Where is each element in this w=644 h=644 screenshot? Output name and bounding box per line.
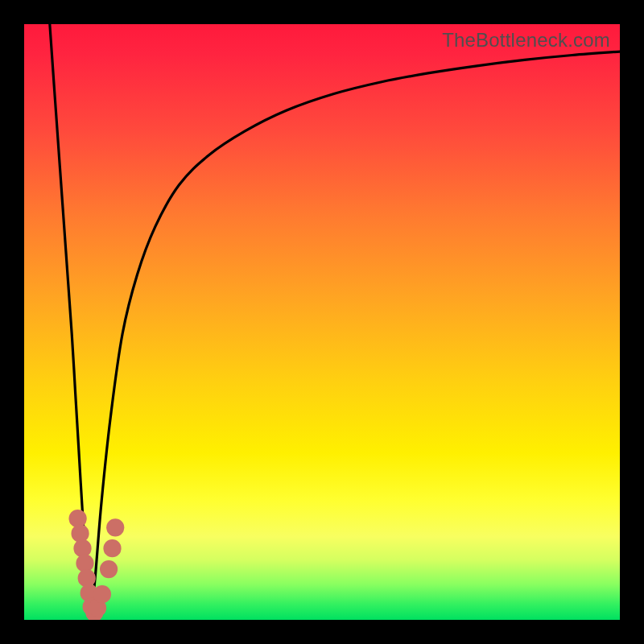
watermark-text: TheBottleneck.com — [442, 29, 610, 52]
svg-point-3 — [73, 539, 91, 557]
plot-area: TheBottleneck.com — [24, 24, 620, 620]
svg-point-13 — [106, 518, 124, 536]
svg-point-5 — [78, 569, 96, 587]
svg-point-11 — [100, 560, 118, 578]
svg-point-10 — [93, 585, 111, 603]
svg-point-2 — [71, 525, 89, 543]
chart-frame: TheBottleneck.com — [0, 0, 644, 644]
data-markers — [24, 24, 620, 620]
svg-point-12 — [103, 539, 121, 557]
svg-point-1 — [69, 510, 87, 527]
